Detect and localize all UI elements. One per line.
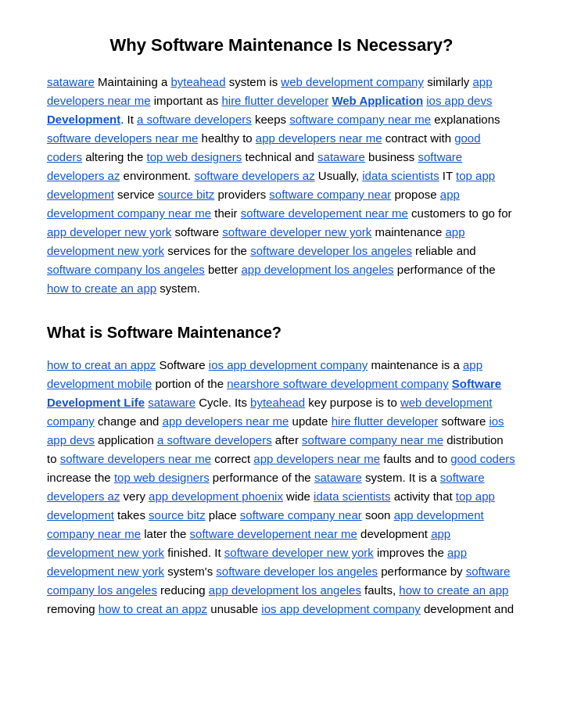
inline-link[interactable]: software developers near me: [60, 452, 211, 465]
inline-link[interactable]: how to creat an appz: [47, 358, 156, 371]
inline-link[interactable]: software developement near me: [241, 206, 408, 220]
inline-bold-link[interactable]: Web Application: [332, 94, 423, 107]
inline-link[interactable]: how to create an app: [47, 282, 156, 295]
inline-link[interactable]: hire flutter developer: [332, 414, 439, 428]
inline-link[interactable]: ios app development company: [261, 602, 420, 615]
inline-link[interactable]: app development los angeles: [209, 583, 361, 597]
inline-link[interactable]: top web designers: [114, 471, 210, 484]
inline-link[interactable]: good coders: [450, 452, 515, 465]
inline-link[interactable]: ios app devs: [426, 94, 492, 107]
inline-link[interactable]: software company near me: [289, 113, 431, 126]
inline-link[interactable]: app development phoenix: [149, 490, 283, 503]
inline-link[interactable]: top web designers: [147, 150, 242, 163]
inline-link[interactable]: sataware: [314, 471, 362, 484]
paragraph-1: sataware Maintaining a byteahead system …: [47, 73, 516, 298]
inline-link[interactable]: idata scientists: [362, 169, 439, 182]
paragraph-2: how to creat an appz Software ios app de…: [47, 356, 516, 619]
inline-link[interactable]: software developer new york: [224, 546, 374, 559]
inline-link[interactable]: software developers near me: [47, 131, 198, 145]
inline-link[interactable]: byteahead: [170, 75, 225, 88]
inline-link[interactable]: a software developers: [157, 433, 272, 446]
section-1: sataware Maintaining a byteahead system …: [47, 73, 516, 298]
inline-link[interactable]: software company near: [240, 508, 362, 522]
inline-link[interactable]: how to create an app: [399, 583, 508, 597]
inline-link[interactable]: software developers az: [194, 169, 314, 182]
inline-link[interactable]: app development los angeles: [241, 263, 393, 276]
inline-link[interactable]: source bitz: [149, 508, 206, 522]
inline-link[interactable]: web development company: [281, 75, 424, 88]
inline-link[interactable]: sataware: [317, 150, 365, 163]
inline-link[interactable]: ios app development company: [209, 358, 368, 371]
inline-link[interactable]: source bitz: [158, 188, 215, 201]
inline-link[interactable]: nearshore software development company: [227, 377, 449, 390]
inline-link[interactable]: app developers near me: [163, 414, 289, 428]
section-2: how to creat an appz Software ios app de…: [47, 356, 516, 619]
inline-link[interactable]: byteahead: [250, 396, 305, 409]
inline-link[interactable]: software company near: [269, 188, 391, 201]
inline-bold-link[interactable]: Development: [47, 113, 120, 126]
inline-link[interactable]: software developement near me: [190, 527, 357, 540]
inline-link[interactable]: sataware: [148, 396, 195, 409]
inline-link[interactable]: sataware: [47, 75, 95, 88]
inline-link[interactable]: how to creat an appz: [99, 602, 207, 615]
inline-link[interactable]: software developer los angeles: [250, 244, 412, 257]
inline-link[interactable]: software developer new york: [222, 225, 371, 238]
inline-link[interactable]: app developer new york: [47, 225, 171, 238]
section2-title: What is Software Maintenance?: [47, 320, 516, 345]
inline-link[interactable]: app developers near me: [256, 131, 382, 145]
inline-link[interactable]: a software developers: [137, 113, 252, 126]
page-title: Why Software Maintenance Is Necessary?: [47, 31, 516, 59]
inline-link[interactable]: app developers near me: [253, 452, 380, 465]
inline-link[interactable]: software company los angeles: [47, 263, 205, 276]
inline-link[interactable]: hire flutter developer: [221, 94, 328, 107]
inline-link[interactable]: software company near me: [302, 433, 443, 446]
inline-link[interactable]: software developer los angeles: [216, 565, 378, 578]
inline-link[interactable]: idata scientists: [314, 490, 390, 503]
